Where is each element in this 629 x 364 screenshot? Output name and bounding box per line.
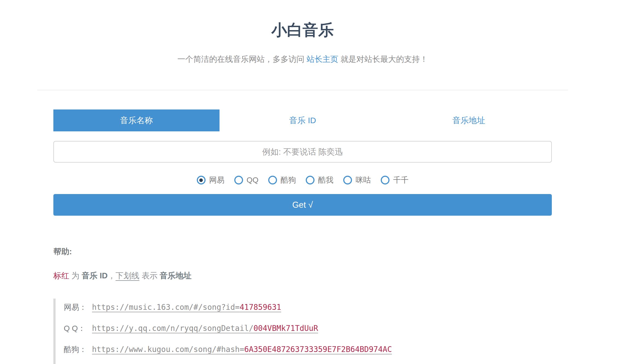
example-url-prefix: https://music.163.com/#/song?id= xyxy=(92,303,240,312)
radio-circle-selected-icon xyxy=(197,176,206,184)
radio-label: QQ xyxy=(247,176,259,184)
divider xyxy=(37,90,568,90)
source-radio-netease[interactable]: 网易 xyxy=(197,175,224,185)
radio-circle-icon xyxy=(234,176,243,184)
example-link-qq[interactable]: https://y.qq.com/n/ryqq/songDetail/004VB… xyxy=(92,325,318,332)
help-legend: 标红 为 音乐 ID，下划线 表示 音乐地址 xyxy=(53,257,552,281)
legend-red-sample: 标红 xyxy=(53,271,69,280)
example-row-netease: 网易： https://music.163.com/#/song?id=4178… xyxy=(64,304,552,311)
radio-label: 酷我 xyxy=(318,175,333,185)
example-url-prefix: https://www.kugou.com/song/#hash= xyxy=(92,345,244,354)
radio-circle-icon xyxy=(268,176,277,184)
search-input[interactable] xyxy=(53,141,552,163)
example-music-id: 417859631 xyxy=(240,303,281,312)
source-radio-group: 网易 QQ 酷狗 酷我 咪咕 xyxy=(53,175,552,185)
webmaster-home-link[interactable]: 站长主页 xyxy=(307,55,338,63)
subtitle-text-after: 就是对站长最大的支持！ xyxy=(338,55,428,63)
source-radio-kuwo[interactable]: 酷我 xyxy=(306,175,333,185)
legend-text: ， xyxy=(108,271,116,280)
radio-label: 咪咕 xyxy=(356,175,371,185)
tab-music-name[interactable]: 音乐名称 xyxy=(53,109,220,131)
legend-music-url: 音乐地址 xyxy=(160,271,191,280)
radio-label: 千千 xyxy=(393,175,408,185)
radio-circle-icon xyxy=(306,176,314,184)
page-title: 小白音乐 xyxy=(37,0,568,38)
tab-music-id[interactable]: 音乐 ID xyxy=(220,109,386,131)
example-row-kugou: 酷狗： https://www.kugou.com/song/#hash=6A3… xyxy=(64,346,552,353)
source-radio-qianqian[interactable]: 千千 xyxy=(381,175,408,185)
example-blockquote: 网易： https://music.163.com/#/song?id=4178… xyxy=(53,299,552,364)
subtitle-text-before: 一个简洁的在线音乐网站，多多访问 xyxy=(177,55,307,63)
tab-bar: 音乐名称 音乐 ID 音乐地址 xyxy=(53,109,552,131)
help-heading: 帮助: xyxy=(53,216,552,257)
legend-text: 表示 xyxy=(139,271,160,280)
legend-text: 为 xyxy=(69,271,82,280)
main-container: 小白音乐 一个简洁的在线音乐网站，多多访问 站长主页 就是对站长最大的支持！ 音… xyxy=(37,0,568,364)
subtitle: 一个简洁的在线音乐网站，多多访问 站长主页 就是对站长最大的支持！ xyxy=(37,38,568,64)
example-label: Q Q： xyxy=(64,325,87,332)
get-button[interactable]: Get √ xyxy=(53,194,552,216)
example-label: 网易： xyxy=(64,304,87,311)
example-label: 酷狗： xyxy=(64,346,87,353)
source-radio-migu[interactable]: 咪咕 xyxy=(343,175,371,185)
example-row-qq: Q Q： https://y.qq.com/n/ryqq/songDetail/… xyxy=(64,325,552,332)
content-area: 音乐名称 音乐 ID 音乐地址 网易 QQ 酷狗 xyxy=(53,109,552,364)
page: 小白音乐 一个简洁的在线音乐网站，多多访问 站长主页 就是对站长最大的支持！ 音… xyxy=(0,0,629,364)
tab-music-url[interactable]: 音乐地址 xyxy=(386,109,552,131)
radio-circle-icon xyxy=(343,176,352,184)
radio-label: 酷狗 xyxy=(281,175,296,185)
source-radio-qq[interactable]: QQ xyxy=(234,176,259,184)
legend-underline-sample: 下划线 xyxy=(116,271,139,280)
legend-music-id: 音乐 ID xyxy=(82,271,108,280)
example-music-id: 6A350E487263733359E7F2B64BD974AC xyxy=(244,345,392,354)
radio-circle-icon xyxy=(381,176,389,184)
example-url-prefix: https://y.qq.com/n/ryqq/songDetail/ xyxy=(92,324,253,333)
radio-label: 网易 xyxy=(209,175,224,185)
source-radio-kugou[interactable]: 酷狗 xyxy=(268,175,296,185)
example-link-netease[interactable]: https://music.163.com/#/song?id=41785963… xyxy=(92,304,281,311)
example-link-kugou[interactable]: https://www.kugou.com/song/#hash=6A350E4… xyxy=(92,346,392,353)
example-music-id: 004VBMk71TdUuR xyxy=(253,324,318,333)
